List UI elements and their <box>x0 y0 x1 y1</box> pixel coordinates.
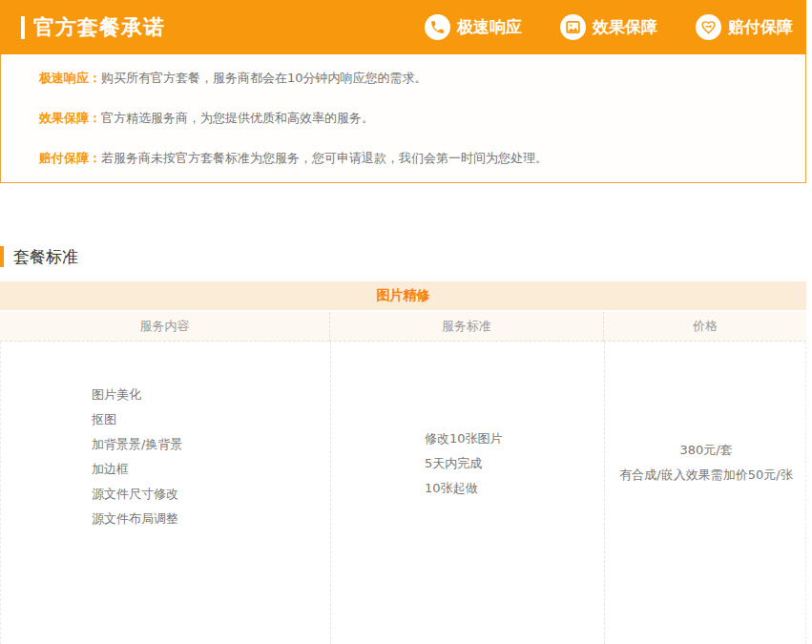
promise-text: 官方精选服务商，为您提供优质和高效率的服务。 <box>101 111 374 125</box>
promise-line-compensation: 赔付保障：若服务商未按官方套餐标准为您服务，您可申请退款，我们会第一时间为您处理… <box>39 150 786 167</box>
badge-label: 赔付保障 <box>728 16 793 38</box>
list-item: 加背景景/换背景 <box>92 436 330 453</box>
cell-service-standard: 修改10张图片 5天内完成 10张起做 <box>330 342 604 644</box>
promise-line-rapid-response: 极速响应：购买所有官方套餐，服务商都会在10分钟内响应您的需求。 <box>39 70 786 87</box>
service-content-list: 图片美化 抠图 加背景景/换背景 加边框 源文件尺寸修改 源文件布局调整 <box>1 342 330 528</box>
price-list: 380元/套 有合成/嵌入效果需加价50元/张 <box>605 342 807 484</box>
promise-box: 极速响应：购买所有官方套餐，服务商都会在10分钟内响应您的需求。 效果保障：官方… <box>0 54 806 183</box>
list-item: 修改10张图片 <box>425 430 604 447</box>
section-title: 套餐标准 <box>13 246 78 268</box>
banner-title-wrap: 官方套餐承诺 <box>21 13 165 42</box>
column-header-service-standard: 服务标准 <box>329 312 603 342</box>
promise-text: 购买所有官方套餐，服务商都会在10分钟内响应您的需求。 <box>101 71 427 85</box>
badge-label: 极速响应 <box>457 16 522 38</box>
cell-price: 380元/套 有合成/嵌入效果需加价50元/张 <box>604 342 807 644</box>
badge-effect-guarantee: 效果保障 <box>560 14 657 40</box>
cell-service-content: 图片美化 抠图 加背景景/换背景 加边框 源文件尺寸修改 源文件布局调整 <box>1 342 330 644</box>
page: 官方套餐承诺 极速响应 效果保障 <box>0 0 806 644</box>
table-body-row: 图片美化 抠图 加背景景/换背景 加边框 源文件尺寸修改 源文件布局调整 修改1… <box>0 342 806 644</box>
list-item: 5天内完成 <box>425 455 604 472</box>
promise-label: 极速响应： <box>39 71 101 85</box>
list-item: 图片美化 <box>92 386 330 404</box>
list-item: 源文件尺寸修改 <box>92 486 330 503</box>
promise-label: 赔付保障： <box>39 151 101 165</box>
badge-rapid-response: 极速响应 <box>425 14 522 40</box>
list-item: 源文件布局调整 <box>92 510 330 528</box>
list-item: 加边框 <box>92 461 330 478</box>
page-title: 官方套餐承诺 <box>33 13 165 42</box>
picture-icon <box>560 14 586 40</box>
phone-icon <box>425 14 450 40</box>
column-header-service-content: 服务内容 <box>0 312 329 342</box>
promise-text: 若服务商未按官方套餐标准为您服务，您可申请退款，我们会第一时间为您处理。 <box>101 151 548 165</box>
column-header-price: 价格 <box>603 312 806 342</box>
promise-line-effect-guarantee: 效果保障：官方精选服务商，为您提供优质和高效率的服务。 <box>39 110 786 127</box>
banner-badges: 极速响应 效果保障 <box>425 14 793 40</box>
promise-label: 效果保障： <box>39 111 101 125</box>
badge-compensation-guarantee: 赔付保障 <box>696 14 793 40</box>
table-title: 图片精修 <box>377 287 430 304</box>
list-item: 10张起做 <box>425 480 604 497</box>
table-title-row: 图片精修 <box>0 281 806 310</box>
package-table: 图片精修 服务内容 服务标准 价格 图片美化 抠图 加背景景/换背景 加边框 源… <box>0 281 806 644</box>
service-standard-list: 修改10张图片 5天内完成 10张起做 <box>331 342 604 497</box>
title-accent-bar <box>21 16 25 39</box>
list-item: 抠图 <box>92 411 330 428</box>
price-note: 有合成/嵌入效果需加价50元/张 <box>614 467 798 484</box>
promise-banner: 官方套餐承诺 极速响应 效果保障 <box>0 0 806 54</box>
price-value: 380元/套 <box>614 442 798 459</box>
table-header-row: 服务内容 服务标准 价格 <box>0 310 806 342</box>
badge-label: 效果保障 <box>593 16 657 38</box>
heart-arrow-icon <box>696 14 721 40</box>
section-heading-package-standard: 套餐标准 <box>0 246 806 267</box>
